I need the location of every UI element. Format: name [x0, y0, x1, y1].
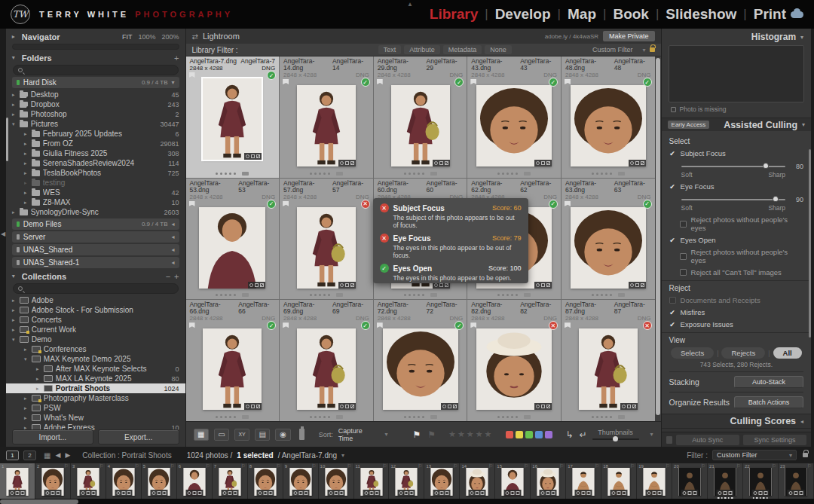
painter-tool-icon[interactable] — [299, 429, 304, 440]
photo-thumbnail[interactable] — [203, 328, 262, 410]
eye-focus-reject-row[interactable]: Reject photos without people's eyes — [680, 215, 804, 232]
star-dot-icon[interactable] — [506, 416, 509, 418]
flag-icon[interactable]: ⚐ — [559, 463, 564, 469]
star-dot-icon[interactable] — [601, 294, 603, 296]
grid-cell[interactable]: AngelTara-48.dngAngelTara-482848 x 4288D… — [562, 57, 655, 178]
filmstrip-cell[interactable]: 13⚐ — [424, 463, 460, 499]
sync-settings-button[interactable]: Sync Settings — [743, 435, 806, 445]
flag-icon[interactable] — [189, 201, 195, 206]
eyes-open-reject1-row[interactable]: Reject photos without people's eyes — [680, 248, 804, 264]
star-dot-icon[interactable] — [418, 294, 420, 296]
star-dot-icon[interactable] — [605, 173, 607, 175]
color-chip-icon[interactable] — [525, 431, 533, 438]
color-label-icon[interactable] — [524, 293, 531, 297]
primary-monitor-button[interactable]: 1 — [6, 451, 19, 460]
volume-unas-shared-1[interactable]: UNAS_Shared-1◂ — [12, 257, 179, 268]
culling-fail-icon[interactable] — [643, 321, 652, 330]
star-dot-icon[interactable] — [605, 294, 607, 296]
star-dot-icon[interactable] — [601, 173, 603, 175]
collection-disclosure-icon[interactable]: ▸ — [11, 317, 17, 323]
star-dot-icon[interactable] — [497, 173, 500, 175]
subject-focus-slider-thumb[interactable] — [763, 163, 769, 169]
eye-focus-reject-checkbox[interactable] — [680, 221, 687, 228]
grid-cell[interactable]: AngelTara-63.dngAngelTara-632848 x 4288D… — [562, 179, 655, 300]
folder-disclosure-icon[interactable]: ▸ — [23, 131, 29, 137]
volume-server[interactable]: Server◂ — [12, 231, 179, 243]
flag-icon[interactable]: ⚐ — [170, 463, 174, 469]
filmstrip-cell[interactable]: 16⚐ — [531, 463, 566, 499]
collection-item[interactable]: ▸MAX LA Keynote 202580 — [6, 374, 185, 383]
star-dot-icon[interactable] — [592, 294, 594, 296]
photo-thumbnail[interactable] — [297, 85, 356, 166]
volume-disclosure-icon[interactable]: ◂ — [171, 234, 174, 240]
culling-fail-icon[interactable] — [549, 321, 558, 330]
star-dot-icon[interactable] — [220, 416, 222, 418]
color-chip-icon[interactable] — [516, 431, 523, 438]
collection-item[interactable]: ▸Current Work — [6, 325, 185, 334]
collection-item[interactable]: ▾MAX Keynote Demo 2025 — [6, 354, 185, 364]
folder-item[interactable]: ▸WES42 — [6, 188, 185, 197]
histogram-header[interactable]: Histogram ▾ — [662, 30, 812, 44]
collection-item[interactable]: ▸What's New — [6, 413, 185, 423]
color-label-icon[interactable] — [242, 293, 249, 297]
flag-icon[interactable]: ⚐ — [807, 463, 812, 469]
color-label-icon[interactable] — [430, 172, 437, 176]
color-label-icon[interactable] — [618, 172, 625, 176]
star-dot-icon[interactable] — [319, 294, 321, 296]
filmstrip-cell[interactable]: 5⚐ — [142, 463, 177, 499]
star-dot-icon[interactable] — [506, 173, 509, 175]
documents-receipts-row[interactable]: Documents and Receipts — [669, 296, 804, 304]
toolbar-options-caret-icon[interactable]: ▾ — [650, 431, 653, 438]
star-dot-icon[interactable] — [220, 294, 222, 296]
flag-icon[interactable]: ⚐ — [311, 463, 316, 469]
star-dot-icon[interactable] — [497, 294, 500, 296]
filter-tab-text[interactable]: Text — [378, 45, 402, 54]
collection-item[interactable]: ▸Portrait Shoots1024 — [6, 383, 185, 393]
filmstrip-cell[interactable]: 21⚐ — [708, 463, 743, 499]
documents-receipts-checkbox[interactable] — [669, 297, 676, 304]
flag-icon[interactable] — [283, 79, 289, 84]
filmstrip-cell[interactable]: 8⚐ — [248, 463, 283, 499]
star-dot-icon[interactable] — [310, 416, 312, 418]
module-slideshow[interactable]: Slideshow — [666, 6, 736, 23]
subject-focus-checkbox[interactable] — [669, 150, 676, 157]
flag-icon[interactable] — [377, 79, 383, 84]
filmstrip-cell[interactable]: 15⚐ — [495, 463, 531, 499]
star-dot-icon[interactable] — [314, 294, 317, 296]
collection-item[interactable]: ▸Concerts — [6, 315, 185, 325]
filter-tab-attribute[interactable]: Attribute — [404, 45, 440, 54]
star-dot-icon[interactable] — [418, 416, 420, 418]
collection-disclosure-icon[interactable]: ▸ — [35, 386, 41, 392]
collection-item[interactable]: ▸Photography Masterclass — [6, 393, 185, 403]
filter-preset-caret-icon[interactable]: ▾ — [643, 47, 646, 53]
flag-icon[interactable]: ⚐ — [276, 463, 280, 469]
collection-disclosure-icon[interactable]: ▸ — [23, 415, 29, 421]
photo-thumbnail[interactable] — [297, 207, 356, 289]
eye-focus-checkbox[interactable] — [669, 183, 676, 190]
filmstrip-cell[interactable]: 1⚐ — [0, 463, 35, 499]
top-panel-collapse-icon[interactable]: ▲ — [407, 1, 413, 8]
grid-cell[interactable]: AngelTara-72.dngAngelTara-722848 x 4288D… — [374, 300, 467, 421]
volume-disclosure-icon[interactable]: ◂ — [171, 259, 174, 266]
star-dot-icon[interactable] — [314, 416, 317, 418]
module-book[interactable]: Book — [613, 6, 649, 23]
zoom-100[interactable]: 100% — [138, 33, 155, 41]
color-label-icon[interactable] — [524, 172, 531, 176]
collection-disclosure-icon[interactable]: ▾ — [23, 356, 29, 362]
collection-disclosure-icon[interactable]: ▸ — [11, 327, 17, 333]
auto-sync-toggle[interactable] — [666, 436, 672, 444]
star-dot-icon[interactable] — [409, 173, 411, 175]
star-dot-icon[interactable] — [404, 173, 406, 175]
star-dot-icon[interactable] — [314, 173, 317, 175]
star-dot-icon[interactable] — [323, 173, 326, 175]
star-dot-icon[interactable] — [328, 294, 330, 296]
culling-pass-icon[interactable] — [643, 200, 652, 209]
module-develop[interactable]: Develop — [495, 6, 551, 23]
folder-disclosure-icon[interactable]: ▸ — [23, 160, 29, 166]
star-dot-icon[interactable] — [225, 173, 227, 175]
star-dot-icon[interactable] — [216, 294, 218, 296]
filter-tab-metadata[interactable]: Metadata — [443, 45, 482, 54]
flag-reject-button[interactable]: ⚑ — [427, 429, 436, 440]
flag-icon[interactable]: ⚐ — [666, 463, 670, 469]
grid-scrollbar-thumb[interactable] — [656, 58, 660, 415]
